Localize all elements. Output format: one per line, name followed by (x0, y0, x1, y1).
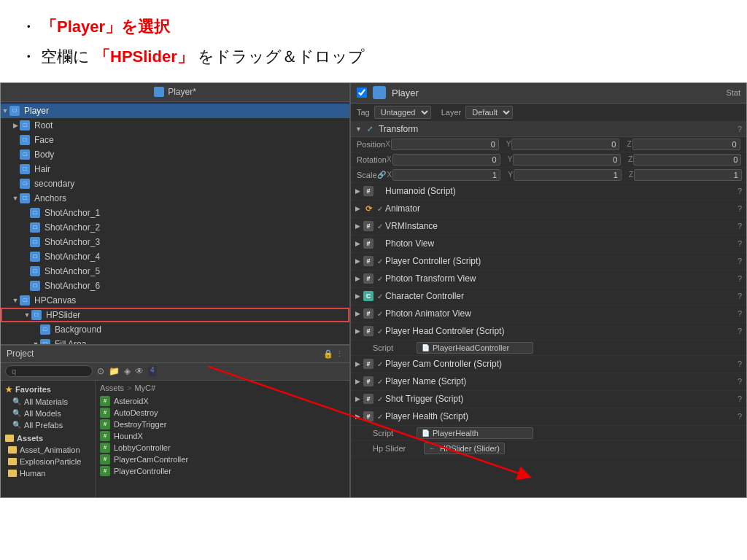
component-row-photontransform[interactable]: ▶ # ✓ Photon Transform View ? (351, 271, 746, 288)
scale-x[interactable] (392, 169, 500, 181)
tree-item-hpslider[interactable]: ▼ □ HPSlider (1, 308, 349, 322)
asset-folder-item[interactable]: Asset_Animation (1, 444, 95, 456)
comp-help-icon: ? (738, 204, 742, 213)
cs-file-label: PlayerController (114, 467, 171, 475)
tree-item-shot2[interactable]: □ ShotAnchor_2 (1, 220, 349, 235)
comp-arrow-icon: ▶ (355, 292, 360, 300)
scale-y[interactable] (514, 169, 622, 181)
tree-item-shot3[interactable]: □ ShotAnchor_3 (1, 235, 349, 249)
transform-header[interactable]: ▼ ⤢ Transform ? (351, 122, 746, 137)
position-y[interactable] (511, 139, 619, 150)
comp-help-icon: ? (738, 222, 742, 230)
tag-dropdown[interactable]: Untagged (374, 106, 431, 119)
hp-slider-value[interactable]: ← HPSlider (Slider) (424, 443, 505, 454)
comp-help-icon: ? (738, 239, 742, 248)
comp-name: Player Name (Script) (385, 376, 466, 386)
hash-icon: # (363, 326, 374, 336)
tree-item-shot4[interactable]: □ ShotAnchor_4 (1, 249, 349, 264)
player-active-toggle[interactable] (357, 88, 367, 98)
comp-check: ✓ (377, 413, 383, 421)
tree-item-shot6[interactable]: □ ShotAnchor_6 (1, 279, 349, 293)
components-list: ▶ # ✓ Humanoid (Script) ? ▶ ⟳ ✓ Animator… (351, 183, 746, 456)
cs-icon: # (100, 431, 110, 441)
script-value[interactable]: 📄 PlayerHeadController (417, 342, 533, 354)
instruction-line1: 「Player」を選択 (41, 13, 170, 40)
tree-item-root[interactable]: ▶ □ Root (1, 118, 349, 133)
cs-files-list: # AsteroidX # AutoDestroy # DestroyTrigg… (100, 395, 345, 477)
favorites-label: ★ Favorites (1, 384, 95, 396)
tree-item-fillarea[interactable]: ▼ □ Fill Area (1, 337, 349, 344)
cs-file-item[interactable]: # AsteroidX (100, 395, 345, 407)
component-row-animator[interactable]: ▶ ⟳ ✓ Animator ? (351, 201, 746, 218)
tree-item-background[interactable]: □ Background (1, 322, 349, 337)
component-row-vrminstance[interactable]: ▶ # ✓ VRMInstance ? (351, 218, 746, 236)
right-panel[interactable]: Player Stat Tag Untagged Layer Default ▼… (349, 83, 746, 497)
hash-icon: # (363, 256, 374, 266)
tree-item-shot5[interactable]: □ ShotAnchor_5 (1, 264, 349, 279)
component-row-playercam[interactable]: ▶ # ✓ Player Cam Controller (Script) ? (351, 356, 746, 373)
comp-help-icon: ? (738, 292, 742, 300)
cs-file-item[interactable]: # PlayerCamController (100, 454, 345, 465)
component-row-playername[interactable]: ▶ # ✓ Player Name (Script) ? (351, 373, 746, 391)
obj-cube-icon: □ (30, 237, 40, 247)
char-icon: C (363, 291, 374, 301)
cs-file-item[interactable]: # DestroyTrigger (100, 419, 345, 430)
component-row-playercontroller[interactable]: ▶ # ✓ Player Controller (Script) ? (351, 253, 746, 271)
cs-file-item[interactable]: # HoundX (100, 430, 345, 442)
obj-cube-icon: □ (20, 295, 30, 306)
comp-arrow-icon: ▶ (355, 187, 360, 195)
asset-folder-item[interactable]: Human (1, 467, 95, 479)
tree-item-hpcanvas[interactable]: ▼ □ HPCanvas (1, 293, 349, 308)
layer-dropdown[interactable]: Default (465, 106, 513, 119)
script-value-health[interactable]: 📄 PlayerHealth (417, 427, 533, 439)
cs-file-item[interactable]: # PlayerController (100, 465, 345, 477)
tree-item-shot1[interactable]: □ ShotAnchor_1 (1, 206, 349, 220)
component-row-humanoid[interactable]: ▶ # ✓ Humanoid (Script) ? (351, 183, 746, 201)
tree-item-anchors[interactable]: ▼ □ Anchors (1, 191, 349, 206)
screenshot-area: Player* ▼ □ Player ▶ □ Root □ Face □ Bod… (0, 82, 747, 498)
component-row-shottrigger[interactable]: ▶ # ✓ Shot Trigger (Script) ? (351, 391, 746, 408)
project-fav-item[interactable]: 🔍 All Materials (1, 396, 95, 408)
rotation-x[interactable] (392, 154, 500, 166)
project-fav-item[interactable]: 🔍 All Prefabs (1, 419, 95, 431)
tree-item-player[interactable]: ▼ □ Player (1, 104, 349, 118)
component-row-photonanimator[interactable]: ▶ # ✓ Photon Animator View ? (351, 306, 746, 323)
cs-file-item[interactable]: # AutoDestroy (100, 407, 345, 419)
tree-item-secondary[interactable]: □ secondary (1, 176, 349, 191)
search-input[interactable] (5, 365, 93, 377)
transform-icon: ⤢ (365, 124, 375, 134)
project-fav-item[interactable]: 🔍 All Models (1, 408, 95, 419)
comp-name: Player Head Controller (Script) (385, 326, 504, 336)
comp-check: ✓ (377, 205, 383, 213)
transform-arrow-icon: ▼ (355, 125, 362, 133)
tree-item-body[interactable]: □ Body (1, 147, 349, 162)
component-row-playerhealth[interactable]: ▶ # ✓ Player Health (Script) ? (351, 408, 746, 426)
comp-name: Photon Transform View (385, 273, 476, 284)
comp-check: ✓ (377, 378, 383, 386)
cs-file-label: AutoDestroy (114, 408, 158, 417)
tree-item-face[interactable]: □ Face (1, 133, 349, 147)
comp-help-icon: ? (738, 327, 742, 335)
scale-z[interactable] (634, 169, 742, 181)
rotation-z[interactable] (633, 154, 741, 166)
obj-cube-icon: □ (20, 135, 30, 145)
component-row-photonview[interactable]: ▶ # ✓ Photon View ? (351, 236, 746, 253)
hash-icon: # (363, 394, 374, 404)
component-row-playerhead[interactable]: ▶ # ✓ Player Head Controller (Script) ? (351, 323, 746, 341)
component-row-charcontroller[interactable]: ▶ C ✓ Character Controller ? (351, 288, 746, 306)
cs-file-item[interactable]: # LobbyController (100, 442, 345, 454)
rotation-y[interactable] (513, 154, 621, 166)
comp-arrow-icon: ▶ (355, 360, 360, 368)
tree-item-hair[interactable]: □ Hair (1, 162, 349, 176)
position-x[interactable] (391, 139, 499, 150)
asset-folder-item[interactable]: ExplosionParticle (1, 456, 95, 467)
path-mycs: MyC# (134, 384, 155, 392)
position-z[interactable] (632, 139, 740, 150)
rotation-label: Rotation (357, 155, 387, 164)
comp-name: Player Cam Controller (Script) (385, 359, 502, 369)
comp-check: ✓ (377, 257, 383, 265)
hash-icon: # (363, 186, 374, 196)
hierarchy-tree[interactable]: ▼ □ Player ▶ □ Root □ Face □ Body □ Hair… (1, 102, 349, 344)
arrow-icon (21, 252, 30, 261)
arrow-icon (11, 165, 20, 174)
